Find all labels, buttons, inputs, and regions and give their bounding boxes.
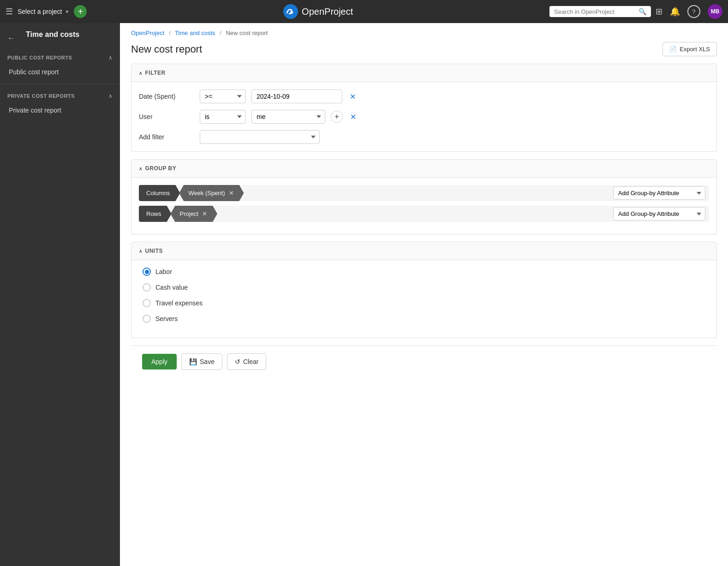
radio-circle-labor [143,268,151,276]
units-section-label: UNITS [145,248,163,254]
radio-label-travel: Travel expenses [155,299,203,307]
filter-section-header[interactable]: ∧ FILTER [131,64,716,82]
date-value-input[interactable] [251,89,342,103]
groupby-section-body: Columns Week (Spent) ✕ Add Group-by Attr… [131,178,716,234]
groupby-section: ∧ GROUP BY Columns Week (Spent) ✕ Add Gr… [131,159,717,234]
export-icon: 📄 [669,46,677,53]
radio-item-cash[interactable]: Cash value [143,283,705,292]
main-content: OpenProject / Time and costs / New cost … [120,23,728,566]
content-panel: ∧ FILTER Date (Spent) >=<=isbetween ✕ Us… [120,64,728,388]
user-operator-select[interactable]: isis not [200,110,246,124]
columns-value-text: Week (Spent) [188,190,225,197]
sidebar-title: Time and costs [18,30,87,46]
units-chevron-icon: ∧ [139,249,143,254]
columns-label-tag: Columns [139,185,180,201]
add-filter-row: Add filter Project Work Package Type [139,130,709,144]
filter-chevron-icon: ∧ [139,71,143,76]
sidebar-item-public-cost-report[interactable]: Public cost report [0,64,120,80]
search-input[interactable] [554,8,636,15]
breadcrumb-sep1: / [169,30,171,36]
radio-circle-cash [143,283,151,292]
svg-point-1 [290,11,293,14]
rows-remove-button[interactable]: ✕ [202,210,207,217]
project-selector[interactable]: Select a project ▼ [18,8,69,15]
units-section-body: Labor Cash value Travel expenses Servers [131,260,716,338]
user-filter-row: User isis not me + ✕ [139,110,709,124]
nav-icons: ⊞ 🔔 ? MB [656,4,722,19]
breadcrumb-root[interactable]: OpenProject [131,30,164,36]
user-value-select[interactable]: me [251,110,325,124]
radio-label-cash: Cash value [155,284,188,291]
help-icon[interactable]: ? [687,5,700,18]
breadcrumb-sep2: / [220,30,221,36]
grid-icon[interactable]: ⊞ [656,6,662,17]
sidebar-back-button[interactable]: ← Time and costs [0,23,120,50]
rows-add-select[interactable]: Add Group-by AttributeProjectUser [613,207,705,220]
clear-icon: ↺ [235,358,240,365]
layout: ← Time and costs PUBLIC COST REPORTS ∧ P… [0,23,728,566]
breadcrumb-section[interactable]: Time and costs [175,30,215,36]
avatar[interactable]: MB [708,4,722,19]
public-section-label: PUBLIC COST REPORTS [7,55,72,60]
apply-button[interactable]: Apply [142,354,177,369]
private-section-label: PRIVATE COST REPORTS [7,93,75,99]
date-filter-row: Date (Spent) >=<=isbetween ✕ [139,89,709,103]
radio-item-labor[interactable]: Labor [143,268,705,276]
public-collapse-icon: ∧ [108,54,113,61]
private-collapse-icon: ∧ [108,93,113,99]
date-filter-remove-button[interactable]: ✕ [348,91,358,102]
back-arrow-icon: ← [7,34,15,42]
columns-value-tag: Week (Spent) ✕ [179,185,244,201]
project-selector-arrow: ▼ [65,9,70,14]
radio-label-labor: Labor [155,268,172,275]
radio-circle-servers [143,315,151,323]
project-selector-label: Select a project [18,8,62,15]
filter-section-body: Date (Spent) >=<=isbetween ✕ User isis n… [131,82,716,151]
units-section: ∧ UNITS Labor Cash value Travel expenses… [131,242,717,338]
private-section-header[interactable]: PRIVATE COST REPORTS ∧ [0,88,120,102]
search-bar: 🔍 [549,6,651,17]
user-filter-label: User [139,113,194,120]
logo-text: OpenProject [302,6,353,17]
sidebar: ← Time and costs PUBLIC COST REPORTS ∧ P… [0,23,120,566]
date-operator-select[interactable]: >=<=isbetween [200,89,246,103]
export-xls-button[interactable]: 📄 Export XLS [662,42,717,56]
save-label: Save [200,358,215,365]
radio-label-servers: Servers [155,315,178,322]
clear-label: Clear [243,358,258,365]
breadcrumb-current: New cost report [226,30,268,36]
radio-item-travel[interactable]: Travel expenses [143,299,705,307]
breadcrumb: OpenProject / Time and costs / New cost … [120,23,728,38]
add-project-button[interactable]: + [74,5,87,18]
sidebar-divider [0,84,120,84]
units-section-header[interactable]: ∧ UNITS [131,242,716,260]
top-nav: ☰ Select a project ▼ + OpenProject 🔍 ⊞ 🔔… [0,0,728,23]
page-title: New cost report [131,43,202,55]
columns-group-row: Columns Week (Spent) ✕ Add Group-by Attr… [139,185,709,201]
user-add-value-button[interactable]: + [331,111,343,123]
filter-section-label: FILTER [145,70,166,76]
public-section-header[interactable]: PUBLIC COST REPORTS ∧ [0,50,120,64]
groupby-section-header[interactable]: ∧ GROUP BY [131,160,716,178]
action-bar: Apply 💾 Save ↺ Clear [131,346,717,377]
save-button[interactable]: 💾 Save [181,353,222,370]
columns-add-select[interactable]: Add Group-by AttributeProjectUser [613,186,705,200]
logo-icon [283,4,298,19]
rows-value-text: Project [180,210,198,217]
search-icon: 🔍 [638,8,646,15]
user-filter-remove-button[interactable]: ✕ [348,112,358,122]
columns-remove-button[interactable]: ✕ [229,190,234,197]
page-header: New cost report 📄 Export XLS [120,38,728,64]
filter-section: ∧ FILTER Date (Spent) >=<=isbetween ✕ Us… [131,64,717,152]
bell-icon[interactable]: 🔔 [670,6,680,17]
radio-circle-travel [143,299,151,307]
rows-group-row: Rows Project ✕ Add Group-by AttributePro… [139,206,709,222]
sidebar-item-private-cost-report[interactable]: Private cost report [0,102,120,119]
rows-value-tag: Project ✕ [171,206,217,222]
add-filter-label: Add filter [139,133,194,141]
radio-item-servers[interactable]: Servers [143,315,705,323]
menu-icon[interactable]: ☰ [6,6,13,17]
clear-button[interactable]: ↺ Clear [227,353,266,370]
add-filter-select[interactable]: Project Work Package Type [200,130,320,144]
groupby-section-label: GROUP BY [145,165,177,172]
